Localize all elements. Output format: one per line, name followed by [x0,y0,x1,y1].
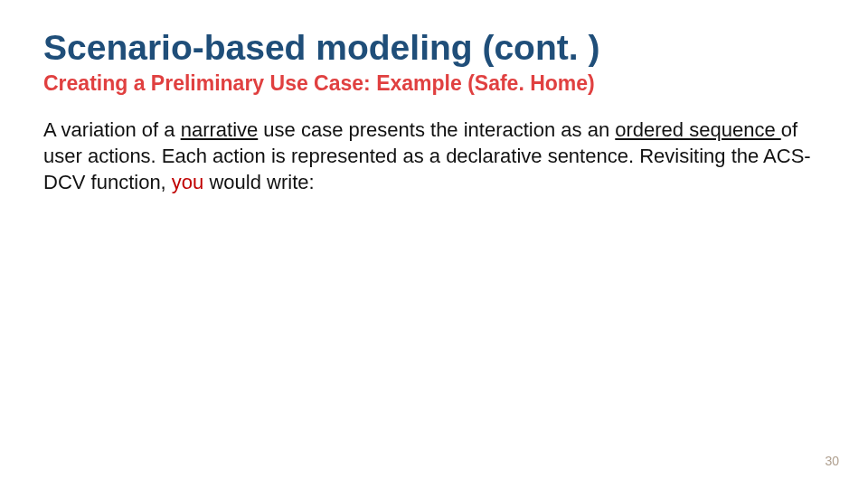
body-text: A variation of a [43,118,181,141]
slide-body: A variation of a narrative use case pres… [43,117,825,195]
slide-subtitle: Creating a Preliminary Use Case: Example… [43,71,825,97]
slide-title: Scenario-based modeling (cont. ) [43,29,825,68]
underline-narrative: narrative [181,118,259,141]
page-number: 30 [825,454,839,468]
body-text: use case presents the interaction as an [258,118,615,141]
slide: Scenario-based modeling (cont. ) Creatin… [0,0,868,488]
highlight-you: you [172,171,203,193]
underline-ordered-sequence: ordered sequence [615,118,780,141]
body-text: would write: [203,171,314,193]
